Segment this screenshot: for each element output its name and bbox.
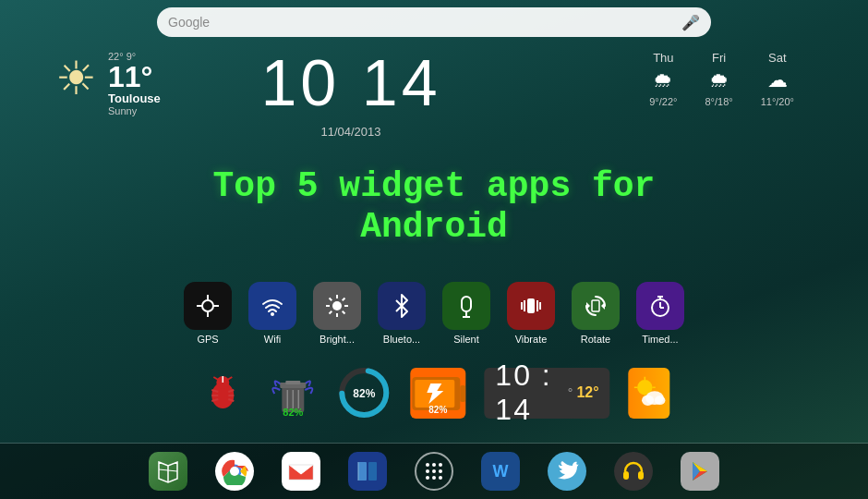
svg-marker-25 <box>586 302 590 310</box>
forecast-fri-temps: 8°/18° <box>705 96 732 107</box>
toggle-gps[interactable]: GPS <box>184 282 232 345</box>
dock: W <box>0 444 868 499</box>
svg-text:82%: 82% <box>353 387 375 400</box>
svg-line-13 <box>343 298 345 301</box>
svg-rect-45 <box>285 381 300 384</box>
toggle-timed[interactable]: Timed... <box>636 282 684 345</box>
dock-book-icon[interactable] <box>348 452 387 491</box>
weather-big-temp: 11° <box>108 62 161 91</box>
dock-cw-icon[interactable]: W <box>481 452 520 491</box>
search-bar[interactable]: Google 🎤 <box>157 7 711 37</box>
svg-rect-86 <box>638 471 644 480</box>
svg-point-6 <box>332 301 342 310</box>
svg-line-11 <box>330 298 332 301</box>
timed-label: Timed... <box>642 334 678 345</box>
widgets-row: 82% 82% 82% 10 : 14 ° 12° <box>198 365 669 420</box>
svg-rect-26 <box>592 300 599 311</box>
cw-letter: W <box>493 462 509 481</box>
svg-text:82%: 82% <box>283 407 303 418</box>
svg-point-83 <box>432 476 436 480</box>
svg-point-82 <box>426 476 429 480</box>
svg-rect-73 <box>358 462 367 481</box>
mic-icon[interactable]: 🎤 <box>681 14 700 31</box>
svg-rect-15 <box>462 297 471 311</box>
timed-toggle-icon[interactable] <box>636 282 684 330</box>
gauge-widget: 82% <box>336 365 392 420</box>
svg-point-70 <box>230 467 239 476</box>
quick-toggles: GPS Wifi Bright <box>184 282 684 345</box>
gps-label: GPS <box>197 334 218 345</box>
weather-temp-block: 22° 9° 11° Toulouse Sunny <box>108 51 161 116</box>
rotate-toggle-icon[interactable] <box>572 282 620 330</box>
gps-toggle-icon[interactable] <box>184 282 232 330</box>
bluetooth-toggle-icon[interactable] <box>378 282 426 330</box>
svg-text:82%: 82% <box>428 405 447 414</box>
svg-line-12 <box>343 311 345 314</box>
silent-label: Silent <box>453 334 479 345</box>
big-date: 11/04/2013 <box>320 125 380 139</box>
vibrate-toggle-icon[interactable] <box>507 282 555 330</box>
svg-point-5 <box>271 312 274 316</box>
silent-toggle-icon[interactable] <box>442 282 490 330</box>
svg-point-79 <box>426 469 429 473</box>
svg-rect-54 <box>460 385 465 402</box>
forecast-thu-temps: 9°/22° <box>649 96 677 107</box>
svg-point-64 <box>655 396 665 405</box>
weather-condition: Sunny <box>108 105 161 116</box>
clock-degree-symbol: ° <box>568 385 573 400</box>
svg-line-35 <box>213 377 218 380</box>
dock-apps-icon[interactable] <box>415 452 453 491</box>
weather-city: Toulouse <box>108 91 161 105</box>
svg-rect-85 <box>623 471 629 480</box>
wifi-toggle-icon[interactable] <box>248 282 296 330</box>
dock-headphones-icon[interactable] <box>614 452 653 491</box>
forecast-fri-name: Fri <box>712 51 726 65</box>
clock-widget-temp: 12° <box>576 384 598 401</box>
svg-point-84 <box>439 476 442 480</box>
title-line1: Top 5 widget apps for <box>0 166 868 207</box>
svg-point-81 <box>439 469 442 473</box>
forecast-sat-name: Sat <box>768 51 787 65</box>
svg-point-80 <box>432 469 436 473</box>
title-line2: Android <box>0 207 868 248</box>
svg-point-0 <box>202 300 213 311</box>
svg-line-36 <box>227 377 232 380</box>
forecast-fri-icon: 🌧 <box>709 68 729 92</box>
dock-maps-icon[interactable] <box>149 452 187 491</box>
weather-sunny-widget <box>629 368 670 419</box>
forecast-thu: Thu 🌧 9°/22° <box>649 51 677 107</box>
dock-twitter-icon[interactable] <box>548 452 586 491</box>
forecast-fri: Fri 🌧 8°/18° <box>705 51 732 107</box>
svg-rect-19 <box>527 298 535 313</box>
brightness-label: Bright... <box>319 334 355 345</box>
toggle-wifi[interactable]: Wifi <box>248 282 296 345</box>
clock-widget-time: 10 : 14 <box>495 359 564 427</box>
page-title: Top 5 widget apps for Android <box>0 166 868 247</box>
vibrate-label: Vibrate <box>515 334 548 345</box>
bug-widget <box>198 368 248 419</box>
clock-widget: 10 : 14 ° 12° <box>484 368 609 419</box>
search-text: Google <box>168 15 210 30</box>
battery-widget: 82% <box>410 368 465 419</box>
svg-marker-24 <box>601 302 605 310</box>
toggle-vibrate[interactable]: Vibrate <box>507 282 555 345</box>
svg-line-14 <box>330 311 332 314</box>
forecast-thu-icon: 🌧 <box>653 68 673 92</box>
toggle-rotate[interactable]: Rotate <box>572 282 620 345</box>
forecast-sat-temps: 11°/20° <box>761 96 794 107</box>
forecast-sat-icon: ☁ <box>767 68 788 92</box>
svg-point-77 <box>432 463 436 467</box>
svg-rect-74 <box>368 462 377 481</box>
dock-chrome-icon[interactable] <box>215 452 254 491</box>
toggle-silent[interactable]: Silent <box>442 282 490 345</box>
forecast-widget: Thu 🌧 9°/22° Fri 🌧 8°/18° Sat ☁ 11°/20° <box>649 51 794 107</box>
dock-playstore-icon[interactable] <box>681 452 719 491</box>
dock-gmail-icon[interactable] <box>282 452 320 491</box>
svg-point-63 <box>642 395 654 405</box>
toggle-bluetooth[interactable]: Blueto... <box>378 282 426 345</box>
rotate-label: Rotate <box>581 334 610 345</box>
toggle-brightness[interactable]: Bright... <box>313 282 361 345</box>
big-clock: 10 14 <box>260 51 440 116</box>
svg-point-78 <box>439 463 442 467</box>
brightness-toggle-icon[interactable] <box>313 282 361 330</box>
